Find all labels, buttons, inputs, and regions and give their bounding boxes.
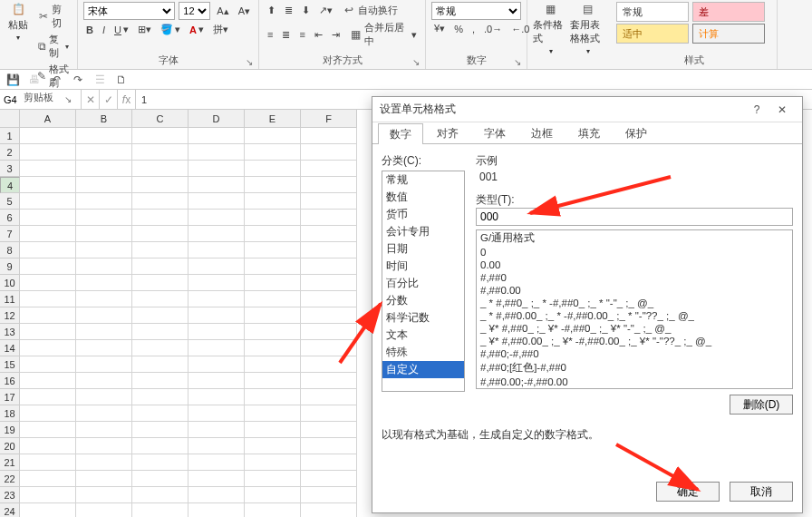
format-item[interactable]: #,##0 [477, 271, 792, 284]
cell[interactable] [301, 177, 357, 193]
cell[interactable] [132, 144, 188, 161]
new-button[interactable]: 🗋 [114, 73, 129, 87]
accounting-format-button[interactable]: ¥▾ [431, 22, 448, 35]
cell[interactable] [245, 161, 301, 177]
cell[interactable] [20, 405, 76, 422]
cell[interactable] [301, 438, 357, 454]
border-button[interactable]: ⊞▾ [135, 23, 154, 36]
cell[interactable] [245, 487, 301, 503]
cell[interactable] [301, 422, 357, 438]
cell[interactable] [132, 471, 188, 487]
cell[interactable] [132, 275, 188, 291]
cell[interactable] [76, 258, 132, 275]
dialog-tab[interactable]: 数字 [378, 123, 423, 144]
cell[interactable] [245, 210, 301, 226]
cell[interactable] [188, 307, 245, 324]
cell[interactable] [245, 193, 301, 210]
row-header[interactable]: 14 [0, 340, 20, 356]
cell[interactable] [188, 242, 245, 258]
align-left-button[interactable]: ≡ [265, 28, 276, 41]
cell[interactable] [76, 161, 132, 177]
cell[interactable] [76, 373, 132, 389]
row-header[interactable]: 15 [0, 356, 20, 373]
cell[interactable] [20, 291, 76, 307]
format-item[interactable]: _ ¥* #,##0_ ;_ ¥* -#,##0_ ;_ ¥* "-"_ ;_ … [477, 322, 792, 335]
cell[interactable] [245, 144, 301, 161]
close-button[interactable]: ✕ [769, 103, 795, 116]
fill-color-button[interactable]: 🪣▾ [158, 23, 183, 36]
cell[interactable] [245, 438, 301, 454]
cell[interactable] [188, 226, 245, 242]
copy-button[interactable]: ⧉复制▾ [34, 32, 72, 61]
row-header[interactable]: 9 [0, 258, 20, 275]
cell[interactable] [301, 324, 357, 340]
cell[interactable] [20, 242, 76, 258]
cell[interactable] [76, 487, 132, 503]
cell[interactable] [188, 210, 245, 226]
cell[interactable] [132, 340, 188, 356]
cell[interactable] [76, 454, 132, 471]
dialog-tab[interactable]: 字体 [472, 122, 517, 143]
cell[interactable] [20, 128, 76, 144]
cell[interactable] [188, 454, 245, 471]
cell[interactable] [20, 471, 76, 487]
category-item[interactable]: 科学记数 [382, 309, 464, 327]
table-format-button[interactable]: ▤ 套用表格格式 ▾ [570, 2, 605, 56]
cell[interactable] [188, 324, 245, 340]
cell[interactable] [245, 373, 301, 389]
comma-button[interactable]: , [469, 23, 478, 35]
undo-button[interactable]: ↶ [49, 73, 63, 87]
ok-button[interactable]: 确定 [656, 482, 720, 502]
cell[interactable] [188, 389, 245, 405]
cell[interactable] [188, 128, 245, 144]
style-swatch-calc[interactable]: 计算 [692, 24, 765, 44]
row-header[interactable]: 7 [0, 226, 20, 242]
cell[interactable] [76, 242, 132, 258]
cell[interactable] [132, 242, 188, 258]
cell[interactable] [188, 193, 245, 210]
cell[interactable] [188, 291, 245, 307]
cell[interactable] [188, 471, 245, 487]
cell[interactable] [132, 291, 188, 307]
cell[interactable] [301, 307, 357, 324]
cell[interactable] [132, 128, 188, 144]
cell[interactable] [188, 503, 245, 517]
cell[interactable] [76, 275, 132, 291]
row-header[interactable]: 17 [0, 389, 20, 405]
category-item[interactable]: 日期 [382, 240, 464, 258]
cell[interactable] [301, 454, 357, 471]
cell[interactable] [188, 161, 245, 177]
category-item[interactable]: 文本 [382, 327, 464, 344]
row-header[interactable]: 21 [0, 454, 20, 471]
cell[interactable] [20, 324, 76, 340]
cell[interactable] [132, 503, 188, 517]
format-item[interactable]: #,##0;-#,##0 [477, 347, 792, 360]
type-input[interactable] [476, 208, 793, 226]
row-header[interactable]: 11 [0, 291, 20, 307]
format-item[interactable]: #,##0;[红色]-#,##0 [477, 360, 792, 376]
dialog-tab[interactable]: 填充 [566, 122, 612, 143]
cell[interactable] [20, 193, 76, 210]
cell[interactable] [301, 503, 357, 517]
category-item[interactable]: 自定义 [382, 361, 464, 378]
cell[interactable] [245, 258, 301, 275]
cell[interactable] [76, 307, 132, 324]
format-item[interactable]: 0.00 [477, 258, 792, 271]
cell[interactable] [76, 144, 132, 161]
format-list[interactable]: G/通用格式00.00#,##0#,##0.00_ * #,##0_ ;_ * … [476, 229, 793, 389]
cell[interactable] [76, 503, 132, 517]
category-item[interactable]: 常规 [382, 171, 464, 189]
category-item[interactable]: 会计专用 [382, 223, 464, 240]
conditional-format-button[interactable]: ▦ 条件格式 ▾ [533, 2, 568, 56]
cell[interactable] [301, 210, 357, 226]
cell[interactable] [301, 373, 357, 389]
category-item[interactable]: 数值 [382, 189, 464, 206]
font-name-select[interactable]: 宋体 [83, 2, 175, 20]
cell[interactable] [301, 389, 357, 405]
font-color-button[interactable]: A▾ [187, 23, 207, 36]
cell[interactable] [188, 144, 245, 161]
cell[interactable] [132, 405, 188, 422]
cancel-formula-button[interactable]: ✕ [82, 90, 100, 109]
format-item[interactable]: 0 [477, 246, 792, 258]
cell[interactable] [76, 291, 132, 307]
